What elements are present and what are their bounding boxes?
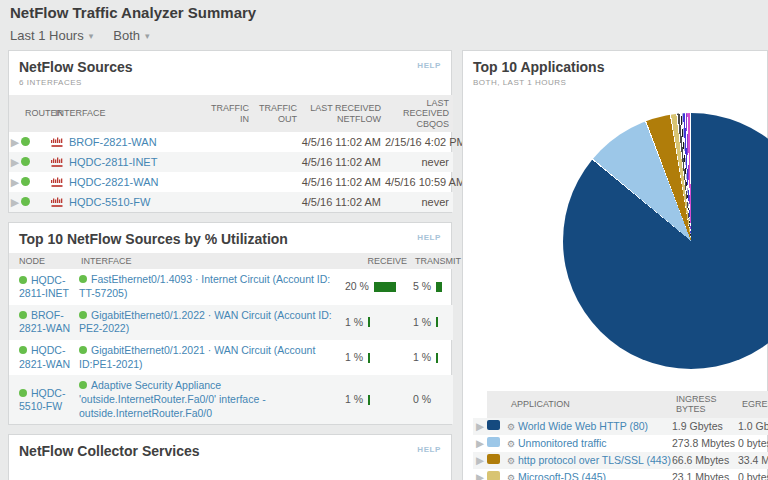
col-traffic-out: TRAFFIC OUT (253, 95, 301, 132)
traffic-out-value (253, 152, 301, 172)
panel-title: NetFlow Collector Services (19, 443, 441, 459)
interface-link[interactable]: Adaptive Security Appliance 'outside.Int… (79, 379, 266, 418)
time-period-value: Last 1 Hours (10, 28, 84, 43)
status-up-icon (19, 311, 27, 319)
traffic-out-value (253, 172, 301, 192)
last-netflow-value: 4/5/16 11:02 AM (301, 152, 385, 172)
series-color-swatch (487, 471, 500, 480)
help-link[interactable]: HELP (417, 233, 441, 242)
table-row: ▶ ⚙ Unmonitored traffic 273.8 Mbytes 0 b… (473, 435, 768, 452)
utilization-bar (368, 353, 370, 363)
expand-chevron-icon[interactable]: ▶ (473, 435, 487, 452)
last-cbqos-value: never (385, 152, 453, 172)
application-link[interactable]: Unmonitored traffic (518, 437, 607, 449)
traffic-in-value (203, 192, 253, 212)
cisco-logo-icon (51, 197, 64, 208)
interface-link[interactable]: FastEthernet0/1.4093 · Internet Circuit … (79, 273, 330, 299)
router-link[interactable]: HQDC-5510-FW (69, 196, 150, 208)
egress-bytes: 1.0 Gb (738, 418, 768, 435)
applications-pie-chart[interactable] (563, 113, 768, 369)
gear-icon[interactable]: ⚙ (507, 422, 515, 432)
chevron-down-icon: ▾ (89, 31, 94, 41)
egress-bytes: 0 bytes (738, 469, 768, 480)
traffic-out-value (253, 192, 301, 212)
router-link[interactable]: HQDC-2821-WAN (69, 176, 158, 188)
egress-bytes: 33.4 Mb (738, 452, 768, 469)
application-link[interactable]: http protocol over TLS/SSL (443) (518, 454, 671, 466)
gear-icon[interactable]: ⚙ (507, 473, 515, 480)
col-router: ROUTER (21, 95, 51, 132)
interface-link[interactable]: GigabitEthernet0/1.2022 · WAN Circuit (A… (79, 309, 332, 335)
status-up-icon (79, 346, 87, 354)
table-row: ▶ HQDC-5510-FW 4/5/16 11:02 AM never (9, 192, 453, 212)
status-up-icon (21, 197, 30, 206)
col-traffic-in: TRAFFIC IN (203, 95, 253, 132)
last-cbqos-value: never (385, 192, 453, 212)
panel-subtitle: 6 INTERFACES (19, 78, 441, 87)
table-row: ▶ ⚙ Microsoft-DS (445) 23.1 Mbytes 0 byt… (473, 469, 768, 480)
series-color-swatch (487, 437, 500, 447)
filter-bar: Last 1 Hours ▾ Both ▾ (0, 24, 768, 50)
status-up-icon (21, 177, 30, 186)
traffic-out-value (253, 132, 301, 152)
expand-chevron-icon[interactable]: ▶ (473, 452, 487, 469)
gear-icon[interactable]: ⚙ (507, 439, 515, 449)
ingress-bytes: 273.8 Mbytes (672, 435, 738, 452)
utilization-bar (368, 395, 370, 405)
receive-percent: 1 % (345, 352, 363, 364)
collector-services-panel: NetFlow Collector Services HELP (8, 434, 452, 480)
expand-chevron-icon[interactable]: ▶ (473, 418, 487, 435)
time-period-dropdown[interactable]: Last 1 Hours ▾ (10, 28, 93, 43)
title-bar: NetFlow Traffic Analyzer Summary (0, 0, 768, 24)
direction-value: Both (113, 28, 140, 43)
table-row: BROF-2821-WAN GigabitEthernet0/1.2022 · … (9, 305, 453, 340)
table-header-row: ROUTER INTERFACE TRAFFIC IN TRAFFIC OUT … (9, 95, 453, 132)
traffic-in-value (203, 132, 253, 152)
expand-chevron-icon[interactable]: ▶ (9, 172, 21, 192)
application-link[interactable]: World Wide Web HTTP (80) (518, 420, 648, 432)
col-interface: INTERFACE (77, 253, 343, 269)
expand-chevron-icon[interactable]: ▶ (9, 192, 21, 212)
utilization-bar (436, 353, 438, 363)
chevron-down-icon: ▾ (145, 31, 150, 41)
series-color-swatch (487, 420, 500, 430)
expand-chevron-icon[interactable]: ▶ (9, 152, 21, 172)
col-interface: INTERFACE (51, 95, 203, 132)
last-netflow-value: 4/5/16 11:02 AM (301, 172, 385, 192)
transmit-percent: 5 % (413, 281, 431, 293)
col-transmit: TRANSMIT (411, 253, 453, 269)
gear-icon[interactable]: ⚙ (507, 456, 515, 466)
interface-link[interactable]: GigabitEthernet0/1.2021 · WAN Circuit (A… (79, 344, 315, 370)
help-link[interactable]: HELP (417, 445, 441, 454)
traffic-in-value (203, 172, 253, 192)
cisco-logo-icon (51, 137, 64, 148)
direction-dropdown[interactable]: Both ▾ (113, 28, 149, 43)
panel-title: Top 10 Applications (473, 59, 757, 75)
table-row: HQDC-5510-FW Adaptive Security Appliance… (9, 375, 453, 424)
last-netflow-value: 4/5/16 11:02 AM (301, 132, 385, 152)
help-link[interactable]: HELP (417, 61, 441, 70)
status-up-icon (21, 137, 30, 146)
expand-chevron-icon[interactable]: ▶ (9, 132, 21, 152)
top-sources-panel: Top 10 NetFlow Sources by % Utilization … (8, 222, 452, 425)
receive-percent: 1 % (345, 317, 363, 329)
router-link[interactable]: HQDC-2811-INET (69, 156, 157, 168)
table-row: ▶ HQDC-2811-INET 4/5/16 11:02 AM never (9, 152, 453, 172)
panel-title: NetFlow Sources (19, 59, 441, 75)
netflow-sources-panel: NetFlow Sources 6 INTERFACES HELP ROUTER… (8, 50, 452, 213)
status-up-icon (79, 311, 87, 319)
page-title: NetFlow Traffic Analyzer Summary (10, 4, 256, 21)
table-row: ▶ ⚙ http protocol over TLS/SSL (443) 66.… (473, 452, 768, 469)
expand-chevron-icon[interactable]: ▶ (473, 469, 487, 480)
panel-title: Top 10 NetFlow Sources by % Utilization (19, 231, 441, 247)
table-row: HQDC-2821-WAN GigabitEthernet0/1.2021 · … (9, 340, 453, 375)
application-link[interactable]: Microsoft-DS (445) (518, 471, 606, 480)
utilization-bar (436, 282, 442, 292)
status-up-icon (79, 381, 87, 389)
status-up-icon (19, 276, 27, 284)
router-link[interactable]: BROF-2821-WAN (69, 136, 157, 148)
col-receive: RECEIVE (343, 253, 411, 269)
col-egress: EGRESS BYTES (738, 391, 768, 418)
ingress-bytes: 1.9 Gbytes (672, 418, 738, 435)
transmit-percent: 1 % (413, 317, 431, 329)
